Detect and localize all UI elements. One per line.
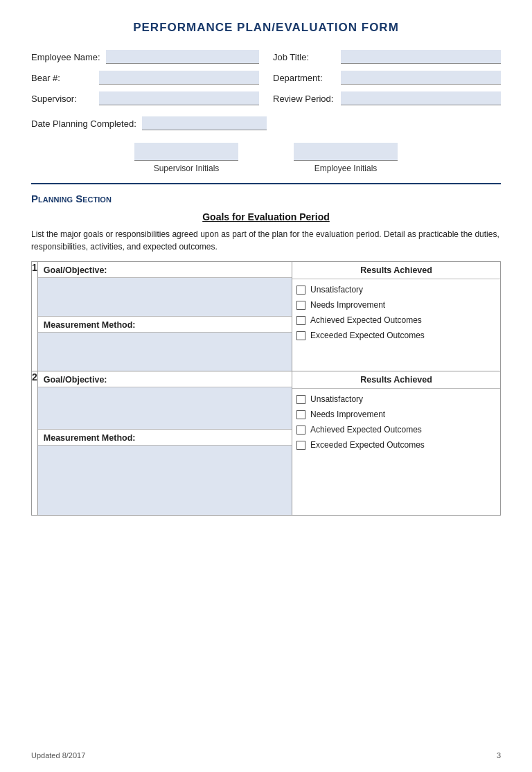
checkbox-achieved-2[interactable] [296, 426, 305, 435]
list-item: Needs Improvement [296, 300, 496, 310]
checkbox-label: Achieved Expected Outcomes [310, 425, 422, 435]
section-divider [31, 183, 501, 184]
checkbox-label: Needs Improvement [310, 410, 385, 419]
list-item: Exceeded Expected Outcomes [296, 331, 496, 340]
checkbox-list-2: Unsatisfactory Needs Improvement Achieve… [292, 389, 500, 461]
checkbox-label: Exceeded Expected Outcomes [310, 331, 425, 340]
footer-page: 3 [497, 751, 501, 760]
date-planning-label: Date Planning Completed: [31, 119, 136, 129]
supervisor-initials-label: Supervisor Initials [154, 164, 220, 173]
measurement-header-2: Measurement Method: [38, 429, 292, 446]
list-item: Achieved Expected Outcomes [296, 315, 496, 325]
goal-objective-header-1: Goal/Objective: [38, 262, 292, 278]
job-title-label: Job Title: [273, 52, 335, 62]
job-title-input[interactable] [341, 50, 501, 64]
review-period-label: Review Period: [273, 94, 335, 104]
goals-table: 1 Goal/Objective: Measurement Method: Re… [31, 261, 501, 516]
goal-left-1: Goal/Objective: Measurement Method: [37, 262, 292, 371]
goal-right-1: Results Achieved Unsatisfactory Needs Im… [292, 262, 501, 371]
supervisor-label: Supervisor: [31, 94, 94, 104]
goal-objective-input-2[interactable] [38, 387, 292, 429]
employee-name-label: Employee Name: [31, 52, 100, 62]
table-row: 1 Goal/Objective: Measurement Method: Re… [32, 262, 501, 371]
list-item: Unsatisfactory [296, 285, 496, 295]
checkbox-unsatisfactory-2[interactable] [296, 395, 305, 404]
checkbox-label: Exceeded Expected Outcomes [310, 440, 425, 450]
footer-updated: Updated 8/2017 [31, 751, 85, 760]
supervisor-initials-input[interactable] [134, 143, 238, 161]
employee-initials-label: Employee Initials [314, 164, 378, 173]
results-header-2: Results Achieved [292, 371, 500, 389]
bear-label: Bear #: [31, 73, 94, 83]
checkbox-needs-improvement-1[interactable] [296, 301, 305, 310]
checkbox-label: Unsatisfactory [310, 285, 363, 295]
checkbox-needs-improvement-2[interactable] [296, 410, 305, 419]
checkbox-achieved-1[interactable] [296, 316, 305, 325]
supervisor-input[interactable] [99, 91, 259, 105]
measurement-header-1: Measurement Method: [38, 316, 292, 333]
footer: Updated 8/2017 3 [31, 751, 501, 760]
planning-section-title: Planning Section [31, 193, 501, 204]
date-planning-input[interactable] [142, 116, 267, 130]
checkbox-label: Needs Improvement [310, 300, 385, 310]
checkbox-list-1: Unsatisfactory Needs Improvement Achieve… [292, 279, 500, 351]
table-row: 2 Goal/Objective: Measurement Method: Re… [32, 371, 501, 516]
employee-initials-input[interactable] [294, 143, 398, 161]
review-period-input[interactable] [341, 91, 501, 105]
checkbox-label: Unsatisfactory [310, 394, 363, 404]
row-number-1: 1 [32, 262, 38, 371]
results-header-1: Results Achieved [292, 262, 500, 279]
goal-right-2: Results Achieved Unsatisfactory Needs Im… [292, 371, 501, 516]
goal-objective-input-1[interactable] [38, 278, 292, 316]
checkbox-unsatisfactory-1[interactable] [296, 286, 305, 295]
page-title: Performance Plan/Evaluation Form [31, 21, 501, 35]
department-input[interactable] [341, 71, 501, 85]
bear-input[interactable] [99, 71, 259, 85]
row-number-2: 2 [32, 371, 38, 516]
measurement-input-1[interactable] [38, 333, 292, 371]
goals-title: Goals for Evaluation Period [31, 211, 501, 222]
department-label: Department: [273, 73, 335, 83]
list-item: Exceeded Expected Outcomes [296, 440, 496, 450]
checkbox-exceeded-1[interactable] [296, 331, 305, 340]
goal-left-2: Goal/Objective: Measurement Method: [37, 371, 292, 516]
goals-description: List the major goals or responsibilities… [31, 228, 501, 253]
list-item: Needs Improvement [296, 410, 496, 419]
measurement-input-2[interactable] [38, 446, 292, 515]
checkbox-label: Achieved Expected Outcomes [310, 315, 422, 325]
goal-objective-header-2: Goal/Objective: [38, 371, 292, 387]
employee-name-input[interactable] [106, 50, 259, 64]
checkbox-exceeded-2[interactable] [296, 441, 305, 450]
list-item: Achieved Expected Outcomes [296, 425, 496, 435]
list-item: Unsatisfactory [296, 394, 496, 404]
